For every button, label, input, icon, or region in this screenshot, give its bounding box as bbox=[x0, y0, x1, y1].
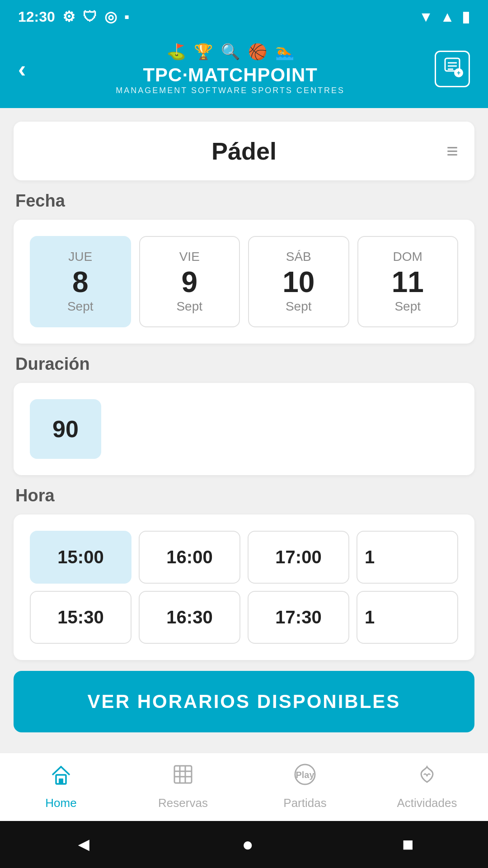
brand-name: TPC·MATCHPOINT bbox=[143, 64, 318, 86]
date-month-thu: Sept bbox=[67, 299, 94, 314]
reservas-icon bbox=[171, 762, 195, 792]
date-day-num-sun: 11 bbox=[392, 268, 424, 297]
svg-text:Play: Play bbox=[296, 770, 314, 780]
duracion-label: Duración bbox=[14, 354, 474, 374]
back-button[interactable]: ‹ bbox=[18, 57, 26, 81]
time-1600[interactable]: 16:00 bbox=[139, 531, 240, 584]
ver-horarios-button[interactable]: VER HORARIOS DISPONIBLES bbox=[14, 671, 474, 732]
duracion-card: 90 bbox=[14, 383, 474, 475]
duration-grid: 90 bbox=[30, 399, 458, 459]
profile-icon: + bbox=[441, 56, 463, 82]
android-recents[interactable]: ■ bbox=[402, 834, 413, 855]
nav-partidas[interactable]: Play Partidas bbox=[244, 762, 366, 810]
actividades-icon bbox=[415, 762, 439, 792]
profile-button[interactable]: + bbox=[435, 51, 470, 87]
radio-icon: ◎ bbox=[104, 8, 117, 25]
time-1730[interactable]: 17:30 bbox=[248, 591, 349, 644]
date-item-thu[interactable]: JUE 8 Sept bbox=[30, 236, 131, 327]
battery-icon: ▮ bbox=[462, 8, 470, 25]
date-day-name-thu: JUE bbox=[68, 250, 92, 264]
hora-label: Hora bbox=[14, 486, 474, 505]
shield-icon: 🛡 bbox=[83, 9, 97, 25]
date-item-sat[interactable]: SÁB 10 Sept bbox=[248, 236, 349, 327]
swim-icon: 🏊 bbox=[275, 42, 294, 61]
time-1700[interactable]: 17:00 bbox=[248, 531, 349, 584]
basketball-icon: 🏀 bbox=[248, 42, 267, 61]
settings-icon: ⚙ bbox=[62, 8, 75, 25]
hora-section: Hora 15:00 16:00 17:00 1 15:30 16:30 17:… bbox=[14, 486, 474, 660]
brand-subtitle: MANAGEMENT SOFTWARE SPORTS CENTRES bbox=[116, 86, 345, 95]
hora-card: 15:00 16:00 17:00 1 15:30 16:30 17:30 1 bbox=[14, 514, 474, 660]
date-month-sat: Sept bbox=[286, 299, 312, 314]
date-month-sun: Sept bbox=[394, 299, 421, 314]
sport-icons: ⛳ 🏆 🔍 🏀 🏊 bbox=[167, 42, 294, 61]
nav-actividades[interactable]: Actividades bbox=[366, 762, 488, 810]
svg-rect-8 bbox=[174, 766, 192, 783]
duracion-section: Duración 90 bbox=[14, 354, 474, 475]
nav-actividades-label: Actividades bbox=[397, 796, 457, 810]
fecha-card: JUE 8 Sept VIE 9 Sept SÁB 10 Sept DOM 11 bbox=[14, 220, 474, 344]
status-time: 12:30 ⚙ 🛡 ◎ ▪ bbox=[18, 8, 129, 25]
sport-title: Pádel bbox=[211, 137, 277, 165]
fecha-label: Fecha bbox=[14, 191, 474, 211]
android-nav: ◄ ● ■ bbox=[0, 821, 488, 868]
date-day-num-sat: 10 bbox=[282, 268, 314, 297]
time-display: 12:30 bbox=[18, 9, 55, 25]
android-home[interactable]: ● bbox=[242, 834, 253, 855]
duration-90[interactable]: 90 bbox=[30, 399, 101, 459]
trophy-icon: 🏆 bbox=[194, 42, 213, 61]
svg-text:+: + bbox=[457, 69, 460, 76]
nav-home-label: Home bbox=[45, 796, 76, 810]
date-day-num-fri: 9 bbox=[181, 268, 197, 297]
nav-partidas-label: Partidas bbox=[283, 796, 326, 810]
sport-menu-icon[interactable]: ≡ bbox=[446, 140, 458, 162]
date-day-name-sun: DOM bbox=[393, 250, 422, 264]
nav-reservas[interactable]: Reservas bbox=[122, 762, 244, 810]
main-content: Pádel ≡ Fecha JUE 8 Sept VIE 9 Sept SÁB … bbox=[0, 108, 488, 753]
home-icon bbox=[49, 762, 73, 792]
status-indicators: ▼ ▲ ▮ bbox=[419, 8, 470, 25]
time-grid-row1: 15:00 16:00 17:00 1 15:30 16:30 17:30 1 bbox=[30, 531, 458, 644]
status-bar: 12:30 ⚙ 🛡 ◎ ▪ ▼ ▲ ▮ bbox=[0, 0, 488, 33]
time-partial-2: 1 bbox=[357, 591, 458, 644]
date-item-sun[interactable]: DOM 11 Sept bbox=[357, 236, 459, 327]
signal-icon: ▲ bbox=[440, 9, 455, 25]
partidas-icon: Play bbox=[293, 762, 317, 792]
sport-title-card: Pádel ≡ bbox=[14, 122, 474, 180]
app-header: ‹ ⛳ 🏆 🔍 🏀 🏊 TPC·MATCHPOINT MANAGEMENT SO… bbox=[0, 33, 488, 108]
date-grid: JUE 8 Sept VIE 9 Sept SÁB 10 Sept DOM 11 bbox=[30, 236, 458, 327]
date-day-num-thu: 8 bbox=[72, 268, 89, 297]
date-day-name-sat: SÁB bbox=[286, 250, 311, 264]
time-1530[interactable]: 15:30 bbox=[30, 591, 131, 644]
bottom-nav: Home Reservas Play Partidas bbox=[0, 753, 488, 821]
svg-rect-7 bbox=[59, 778, 63, 784]
time-partial-1: 1 bbox=[357, 531, 458, 584]
android-back[interactable]: ◄ bbox=[75, 834, 94, 855]
app-logo: ⛳ 🏆 🔍 🏀 🏊 TPC·MATCHPOINT MANAGEMENT SOFT… bbox=[116, 42, 345, 95]
search-sport-icon: 🔍 bbox=[221, 42, 240, 61]
golf-icon: ⛳ bbox=[167, 42, 186, 61]
nav-home[interactable]: Home bbox=[0, 762, 122, 810]
sim-icon: ▪ bbox=[124, 9, 129, 25]
nav-reservas-label: Reservas bbox=[158, 796, 208, 810]
time-1500[interactable]: 15:00 bbox=[30, 531, 131, 584]
date-month-fri: Sept bbox=[176, 299, 202, 314]
time-1630[interactable]: 16:30 bbox=[139, 591, 240, 644]
wifi-icon: ▼ bbox=[419, 9, 433, 25]
date-item-fri[interactable]: VIE 9 Sept bbox=[139, 236, 240, 327]
date-day-name-fri: VIE bbox=[179, 250, 200, 264]
fecha-section: Fecha JUE 8 Sept VIE 9 Sept SÁB 10 Sept bbox=[14, 191, 474, 344]
